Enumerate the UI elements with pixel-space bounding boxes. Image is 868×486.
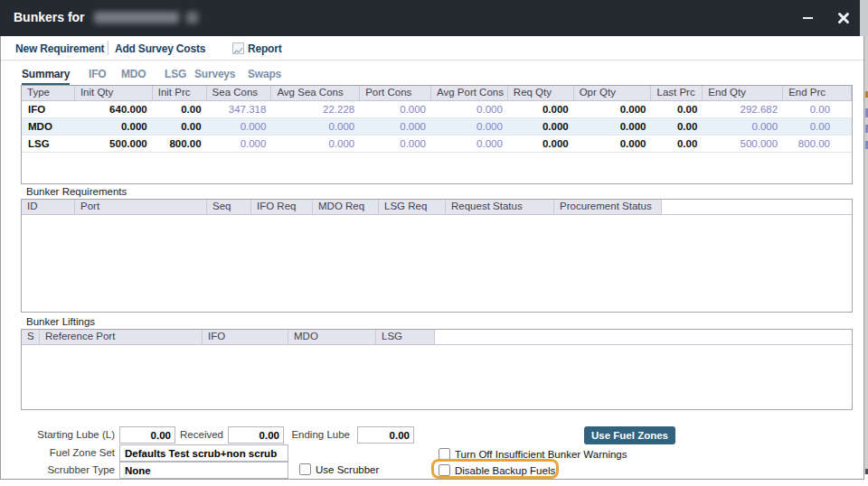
toolbar: New Requirement Add Survey Costs Report [1, 36, 863, 61]
cell: LSG [22, 136, 75, 152]
tab-ifo[interactable]: IFO [89, 68, 106, 80]
cell: 0.000 [431, 101, 508, 117]
use-scrubber-checkbox[interactable] [299, 463, 311, 475]
cell: 0.00 [153, 118, 207, 135]
fuel-zone-set-input[interactable]: Defaults Test scrub+non scrub [119, 444, 288, 462]
table-row[interactable]: IFO640.0000.00347.31822.2280.0000.0000.0… [22, 101, 852, 118]
column-header-procurement-status[interactable]: Procurement Status [554, 200, 662, 214]
cell: 0.000 [207, 136, 272, 152]
report-chart-icon [232, 42, 244, 54]
column-header-last-prc[interactable]: Last Prc [651, 86, 703, 100]
received-label: Received [137, 429, 223, 440]
cell: 0.000 [574, 101, 652, 117]
cell: 0.000 [360, 101, 431, 117]
table-row[interactable]: MDO0.0000.000.0000.0000.0000.0000.0000.0… [22, 118, 852, 136]
column-header-init-qty[interactable]: Init Qty [75, 86, 153, 100]
column-header-reference-port[interactable]: Reference Port [40, 330, 203, 344]
column-header-id[interactable]: ID [22, 200, 75, 214]
cell: 0.00 [783, 118, 852, 135]
toolbar-divider [108, 41, 108, 55]
dialog-title: Bunkers for [14, 10, 85, 24]
tab-bar: Summary IFO MDO LSG Surveys Swaps [1, 61, 863, 85]
cell: 500.000 [703, 136, 783, 152]
column-header-ifo-req[interactable]: IFO Req [251, 200, 313, 214]
cell: 0.000 [431, 118, 508, 135]
title-bar: Bunkers for [0, 0, 861, 36]
bunker-requirements-label: Bunker Requirements [26, 186, 127, 197]
disable-backup-label: Disable Backup Fuels [455, 465, 555, 476]
cell: 0.000 [431, 136, 508, 152]
cell: 0.000 [271, 118, 360, 135]
new-requirement-button[interactable]: New Requirement [15, 42, 104, 55]
cell: 0.000 [703, 118, 783, 135]
cell: IFO [22, 101, 75, 117]
cell: 800.00 [783, 136, 852, 152]
cell: 22.228 [271, 101, 360, 117]
column-header-lsg[interactable]: LSG [376, 330, 435, 344]
cell: 0.000 [360, 118, 431, 135]
summary-table: TypeInit QtyInit PrcSea ConsAvg Sea Cons… [21, 85, 853, 184]
ending-lube-label: Ending Lube [263, 429, 350, 440]
cell: 0.000 [360, 136, 431, 152]
tab-lsg[interactable]: LSG [165, 68, 186, 80]
column-header-mdo[interactable]: MDO [288, 330, 376, 344]
starting-lube-label: Starting Lube (L) [1, 429, 115, 440]
column-header-end-prc[interactable]: End Prc [783, 86, 852, 100]
cell: 0.000 [508, 136, 574, 152]
column-header-mdo-req[interactable]: MDO Req [313, 200, 379, 214]
cell: 0.000 [574, 136, 652, 152]
column-header-type[interactable]: Type [22, 86, 75, 100]
cell: 0.000 [574, 118, 652, 135]
cell: 640.000 [75, 101, 153, 117]
column-header-avg-port-cons[interactable]: Avg Port Cons [431, 86, 508, 100]
header-filler [435, 330, 852, 344]
column-header-ifo[interactable]: IFO [203, 330, 288, 344]
bunker-liftings-label: Bunker Liftings [26, 316, 95, 327]
header-filler [662, 200, 852, 214]
close-button[interactable] [837, 12, 850, 24]
summary-table-body: IFO640.0000.00347.31822.2280.0000.0000.0… [22, 101, 852, 153]
tab-summary[interactable]: Summary [22, 68, 70, 86]
bunkers-dialog: Bunkers for New Requirement Add Survey C… [0, 0, 864, 480]
cell: 292.682 [703, 101, 783, 117]
scrubber-type-input[interactable]: None [119, 462, 288, 479]
summary-table-header: TypeInit QtyInit PrcSea ConsAvg Sea Cons… [22, 86, 852, 101]
liftings-table-header: SReference PortIFOMDOLSG [22, 330, 852, 345]
use-fuel-zones-button[interactable]: Use Fuel Zones [584, 426, 675, 444]
cell: 347.318 [207, 101, 272, 117]
column-header-port-cons[interactable]: Port Cons [360, 86, 431, 100]
add-survey-costs-button[interactable]: Add Survey Costs [115, 42, 205, 55]
use-scrubber-label: Use Scrubber [316, 464, 379, 475]
ending-lube-input[interactable]: 0.00 [357, 426, 414, 444]
cell: 0.00 [651, 136, 703, 152]
column-header-init-prc[interactable]: Init Prc [153, 86, 207, 100]
close-icon [837, 12, 850, 24]
column-header-avg-sea-cons[interactable]: Avg Sea Cons [271, 86, 360, 100]
fuel-zone-set-label: Fuel Zone Set [1, 447, 115, 458]
cell: 0.000 [508, 101, 574, 117]
report-button[interactable]: Report [248, 42, 281, 55]
scrubber-type-label: Scrubber Type [1, 464, 115, 475]
cell: 0.000 [207, 118, 272, 135]
cell: 500.000 [75, 136, 153, 152]
tab-mdo[interactable]: MDO [121, 68, 146, 80]
tab-surveys[interactable]: Surveys [194, 68, 235, 80]
column-header-opr-qty[interactable]: Opr Qty [574, 86, 652, 100]
column-header-lsg-req[interactable]: LSG Req [379, 200, 446, 214]
column-header-req-qty[interactable]: Req Qty [508, 86, 574, 100]
cell: 0.000 [75, 118, 153, 135]
column-header-sea-cons[interactable]: Sea Cons [207, 86, 272, 100]
cell: 0.00 [651, 118, 703, 135]
disable-backup-checkbox[interactable] [439, 464, 450, 476]
column-header-request-status[interactable]: Request Status [446, 200, 554, 214]
table-row[interactable]: LSG500.000800.000.0000.0000.0000.0000.00… [22, 136, 852, 153]
minimize-button[interactable] [803, 17, 813, 19]
column-header-end-qty[interactable]: End Qty [703, 86, 783, 100]
background-window-sliver-top [860, 0, 868, 36]
column-header-port[interactable]: Port [75, 200, 207, 214]
tab-swaps[interactable]: Swaps [248, 68, 281, 80]
column-header-s[interactable]: S [22, 330, 40, 344]
cell: 0.00 [651, 101, 703, 117]
column-header-seq[interactable]: Seq [207, 200, 251, 214]
cell: 800.00 [153, 136, 207, 152]
